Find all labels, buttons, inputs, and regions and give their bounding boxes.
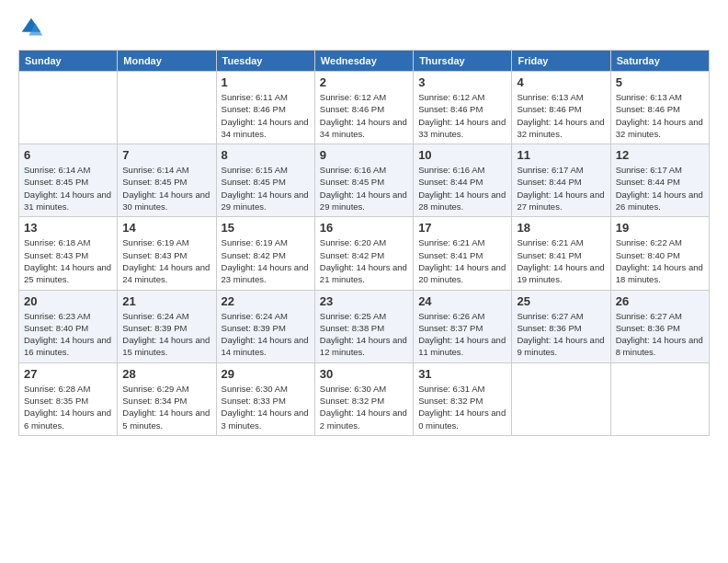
calendar-cell: 5Sunrise: 6:13 AM Sunset: 8:46 PM Daylig… <box>610 72 709 144</box>
calendar-cell: 29Sunrise: 6:30 AM Sunset: 8:33 PM Dayli… <box>216 362 314 435</box>
page: SundayMondayTuesdayWednesdayThursdayFrid… <box>0 0 728 445</box>
day-number: 21 <box>122 294 210 308</box>
weekday-header-tuesday: Tuesday <box>216 51 314 72</box>
day-info: Sunrise: 6:29 AM Sunset: 8:34 PM Dayligh… <box>122 383 210 431</box>
week-row-1: 1Sunrise: 6:11 AM Sunset: 8:46 PM Daylig… <box>19 72 710 144</box>
calendar-cell: 9Sunrise: 6:16 AM Sunset: 8:45 PM Daylig… <box>314 144 413 217</box>
weekday-header-row: SundayMondayTuesdayWednesdayThursdayFrid… <box>19 51 710 72</box>
calendar-cell: 6Sunrise: 6:14 AM Sunset: 8:45 PM Daylig… <box>19 144 118 217</box>
day-number: 14 <box>122 221 210 235</box>
day-info: Sunrise: 6:28 AM Sunset: 8:35 PM Dayligh… <box>24 383 112 431</box>
calendar-cell: 31Sunrise: 6:31 AM Sunset: 8:32 PM Dayli… <box>414 362 512 435</box>
day-number: 4 <box>517 75 605 89</box>
calendar-cell: 20Sunrise: 6:23 AM Sunset: 8:40 PM Dayli… <box>19 290 118 362</box>
day-number: 13 <box>24 221 112 235</box>
header <box>18 15 710 40</box>
day-info: Sunrise: 6:11 AM Sunset: 8:46 PM Dayligh… <box>222 91 310 140</box>
calendar-cell: 7Sunrise: 6:14 AM Sunset: 8:45 PM Daylig… <box>118 144 216 217</box>
calendar-cell <box>512 362 610 435</box>
calendar-cell: 18Sunrise: 6:21 AM Sunset: 8:41 PM Dayli… <box>512 217 610 290</box>
calendar-cell: 23Sunrise: 6:25 AM Sunset: 8:38 PM Dayli… <box>314 290 413 362</box>
day-info: Sunrise: 6:24 AM Sunset: 8:39 PM Dayligh… <box>122 310 210 359</box>
calendar-cell: 28Sunrise: 6:29 AM Sunset: 8:34 PM Dayli… <box>118 362 216 435</box>
day-number: 29 <box>222 367 310 381</box>
calendar-cell: 2Sunrise: 6:12 AM Sunset: 8:46 PM Daylig… <box>314 72 413 144</box>
calendar-cell: 8Sunrise: 6:15 AM Sunset: 8:45 PM Daylig… <box>216 144 314 217</box>
weekday-header-wednesday: Wednesday <box>314 51 413 72</box>
day-number: 23 <box>320 294 408 308</box>
day-info: Sunrise: 6:16 AM Sunset: 8:44 PM Dayligh… <box>418 164 506 213</box>
calendar-cell: 11Sunrise: 6:17 AM Sunset: 8:44 PM Dayli… <box>512 144 610 217</box>
calendar-cell: 17Sunrise: 6:21 AM Sunset: 8:41 PM Dayli… <box>414 217 512 290</box>
day-number: 26 <box>616 294 704 308</box>
day-info: Sunrise: 6:26 AM Sunset: 8:37 PM Dayligh… <box>418 310 506 359</box>
day-number: 19 <box>616 221 704 235</box>
calendar-cell: 19Sunrise: 6:22 AM Sunset: 8:40 PM Dayli… <box>610 217 709 290</box>
day-info: Sunrise: 6:17 AM Sunset: 8:44 PM Dayligh… <box>616 164 704 213</box>
day-info: Sunrise: 6:23 AM Sunset: 8:40 PM Dayligh… <box>24 310 112 359</box>
day-info: Sunrise: 6:22 AM Sunset: 8:40 PM Dayligh… <box>616 236 704 285</box>
weekday-header-saturday: Saturday <box>610 51 709 72</box>
week-row-3: 13Sunrise: 6:18 AM Sunset: 8:43 PM Dayli… <box>19 217 710 290</box>
logo <box>18 15 48 40</box>
day-info: Sunrise: 6:30 AM Sunset: 8:32 PM Dayligh… <box>320 383 408 431</box>
day-number: 8 <box>222 148 310 162</box>
day-number: 24 <box>418 294 506 308</box>
weekday-header-thursday: Thursday <box>414 51 512 72</box>
week-row-5: 27Sunrise: 6:28 AM Sunset: 8:35 PM Dayli… <box>19 362 710 435</box>
day-number: 2 <box>320 75 408 89</box>
day-number: 5 <box>616 75 704 89</box>
day-info: Sunrise: 6:17 AM Sunset: 8:44 PM Dayligh… <box>517 164 605 213</box>
day-info: Sunrise: 6:13 AM Sunset: 8:46 PM Dayligh… <box>517 91 605 140</box>
day-info: Sunrise: 6:19 AM Sunset: 8:42 PM Dayligh… <box>222 236 310 285</box>
day-number: 16 <box>320 221 408 235</box>
calendar-cell: 25Sunrise: 6:27 AM Sunset: 8:36 PM Dayli… <box>512 290 610 362</box>
day-number: 31 <box>418 367 506 381</box>
day-info: Sunrise: 6:20 AM Sunset: 8:42 PM Dayligh… <box>320 236 408 285</box>
day-info: Sunrise: 6:16 AM Sunset: 8:45 PM Dayligh… <box>320 164 408 213</box>
day-info: Sunrise: 6:12 AM Sunset: 8:46 PM Dayligh… <box>320 91 408 140</box>
day-info: Sunrise: 6:12 AM Sunset: 8:46 PM Dayligh… <box>418 91 506 140</box>
day-info: Sunrise: 6:18 AM Sunset: 8:43 PM Dayligh… <box>24 236 112 285</box>
calendar-cell: 10Sunrise: 6:16 AM Sunset: 8:44 PM Dayli… <box>414 144 512 217</box>
day-number: 9 <box>320 148 408 162</box>
calendar-cell: 1Sunrise: 6:11 AM Sunset: 8:46 PM Daylig… <box>216 72 314 144</box>
day-info: Sunrise: 6:25 AM Sunset: 8:38 PM Dayligh… <box>320 310 408 359</box>
day-info: Sunrise: 6:13 AM Sunset: 8:46 PM Dayligh… <box>616 91 704 140</box>
calendar-cell: 13Sunrise: 6:18 AM Sunset: 8:43 PM Dayli… <box>19 217 118 290</box>
day-number: 27 <box>24 367 112 381</box>
calendar-cell: 26Sunrise: 6:27 AM Sunset: 8:36 PM Dayli… <box>610 290 709 362</box>
weekday-header-monday: Monday <box>118 51 216 72</box>
day-info: Sunrise: 6:27 AM Sunset: 8:36 PM Dayligh… <box>616 310 704 359</box>
calendar-cell: 30Sunrise: 6:30 AM Sunset: 8:32 PM Dayli… <box>314 362 413 435</box>
calendar: SundayMondayTuesdayWednesdayThursdayFrid… <box>18 50 710 436</box>
calendar-cell <box>19 72 118 144</box>
day-number: 10 <box>418 148 506 162</box>
day-info: Sunrise: 6:14 AM Sunset: 8:45 PM Dayligh… <box>122 164 210 213</box>
day-number: 1 <box>222 75 310 89</box>
week-row-4: 20Sunrise: 6:23 AM Sunset: 8:40 PM Dayli… <box>19 290 710 362</box>
day-number: 3 <box>418 75 506 89</box>
day-info: Sunrise: 6:19 AM Sunset: 8:43 PM Dayligh… <box>122 236 210 285</box>
calendar-cell: 16Sunrise: 6:20 AM Sunset: 8:42 PM Dayli… <box>314 217 413 290</box>
day-number: 11 <box>517 148 605 162</box>
logo-icon <box>18 15 44 40</box>
day-info: Sunrise: 6:14 AM Sunset: 8:45 PM Dayligh… <box>24 164 112 213</box>
week-row-2: 6Sunrise: 6:14 AM Sunset: 8:45 PM Daylig… <box>19 144 710 217</box>
weekday-header-friday: Friday <box>512 51 610 72</box>
weekday-header-sunday: Sunday <box>19 51 118 72</box>
calendar-cell: 27Sunrise: 6:28 AM Sunset: 8:35 PM Dayli… <box>19 362 118 435</box>
day-number: 25 <box>517 294 605 308</box>
day-number: 28 <box>122 367 210 381</box>
calendar-cell: 15Sunrise: 6:19 AM Sunset: 8:42 PM Dayli… <box>216 217 314 290</box>
day-number: 7 <box>122 148 210 162</box>
day-number: 12 <box>616 148 704 162</box>
calendar-cell <box>610 362 709 435</box>
day-info: Sunrise: 6:21 AM Sunset: 8:41 PM Dayligh… <box>418 236 506 285</box>
calendar-cell: 3Sunrise: 6:12 AM Sunset: 8:46 PM Daylig… <box>414 72 512 144</box>
day-number: 30 <box>320 367 408 381</box>
calendar-cell: 21Sunrise: 6:24 AM Sunset: 8:39 PM Dayli… <box>118 290 216 362</box>
day-info: Sunrise: 6:30 AM Sunset: 8:33 PM Dayligh… <box>222 383 310 431</box>
calendar-cell: 22Sunrise: 6:24 AM Sunset: 8:39 PM Dayli… <box>216 290 314 362</box>
calendar-cell: 14Sunrise: 6:19 AM Sunset: 8:43 PM Dayli… <box>118 217 216 290</box>
